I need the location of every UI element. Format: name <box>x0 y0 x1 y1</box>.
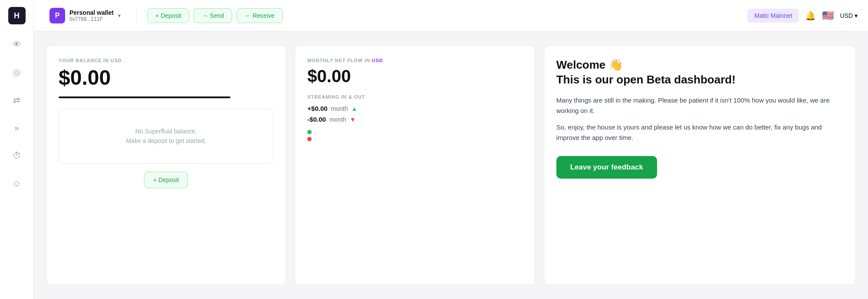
sidebar-item-profile[interactable]: ☺ <box>9 176 25 191</box>
user-icon: ☺ <box>12 179 21 189</box>
deposit-card-button[interactable]: + Deposit <box>144 172 188 188</box>
empty-line-1: No Superfluid balance. <box>68 126 264 136</box>
stream-out-dot <box>307 137 312 141</box>
superfluid-empty-state: No Superfluid balance. Make a deposit to… <box>59 109 273 164</box>
sidebar-item-assets[interactable]: ◎ <box>9 64 25 80</box>
eye-icon: 👁 <box>13 40 21 50</box>
header-actions: + Deposit → Send ← Receive <box>147 8 283 23</box>
empty-line-2: Make a deposit to get started. <box>68 136 264 146</box>
sidebar-item-overview[interactable]: 👁 <box>9 37 25 52</box>
bell-icon[interactable]: 🔔 <box>805 10 816 21</box>
sidebar-item-more[interactable]: » <box>9 120 25 136</box>
header-right: Matic Mainnet 🔔 🇺🇸 USD ▾ <box>747 9 858 23</box>
currency-selector[interactable]: USD ▾ <box>840 12 858 19</box>
balance-card: YOUR BALANCE IN USD $0.00 No Superfluid … <box>46 45 286 285</box>
network-selector[interactable]: Matic Mainnet <box>747 9 799 23</box>
wallet-selector[interactable]: P Personal wallet 0x7788...111F ▾ <box>44 4 126 27</box>
stream-out-row: -$0.00 month ▼ <box>307 116 522 123</box>
stream-in-dot <box>307 130 312 134</box>
sidebar-item-swap[interactable]: ⇄ <box>9 92 25 108</box>
wallet-avatar: P <box>49 8 65 23</box>
welcome-title: Welcome 👋 This is our open Beta dashboar… <box>556 58 843 87</box>
chevron-down-icon: ▾ <box>855 12 858 19</box>
history-icon: ⏱ <box>13 151 21 161</box>
flow-amount: $0.00 <box>307 66 522 86</box>
send-button[interactable]: → Send <box>194 8 232 23</box>
streaming-label: STREAMING IN & OUT <box>307 94 522 100</box>
stream-in-arrow-icon: ▲ <box>352 105 358 112</box>
header: P Personal wallet 0x7788...111F ▾ + Depo… <box>34 0 868 31</box>
swap-icon: ⇄ <box>13 95 20 105</box>
balance-amount: $0.00 <box>59 66 273 90</box>
coin-icon: ◎ <box>13 67 20 77</box>
balance-bar <box>59 96 230 98</box>
header-divider <box>136 7 137 24</box>
stream-in-amount: +$0.00 <box>307 105 327 112</box>
wallet-address: 0x7788...111F <box>69 16 114 22</box>
chevron-down-icon: ▾ <box>118 13 121 19</box>
feedback-button[interactable]: Leave your feedback <box>556 156 657 179</box>
welcome-text-1: Many things are still in the making. Ple… <box>556 95 843 116</box>
flow-label: MONTHLY NET FLOW IN USD <box>307 58 522 63</box>
flag-icon: 🇺🇸 <box>822 10 834 21</box>
stream-in-row: +$0.00 month ▲ <box>307 105 522 112</box>
wallet-info: Personal wallet 0x7788...111F <box>69 9 114 22</box>
welcome-text-2: So, enjoy, the house is yours and please… <box>556 122 843 143</box>
wallet-name: Personal wallet <box>69 9 114 16</box>
deposit-button[interactable]: + Deposit <box>147 8 190 23</box>
logo-letter: H <box>14 11 20 20</box>
receive-button[interactable]: ← Receive <box>237 8 283 23</box>
flow-card: MONTHLY NET FLOW IN USD $0.00 STREAMING … <box>295 45 535 285</box>
sidebar: H 👁 ◎ ⇄ » ⏱ ☺ <box>0 0 34 299</box>
sidebar-item-history[interactable]: ⏱ <box>9 148 25 163</box>
main-content: YOUR BALANCE IN USD $0.00 No Superfluid … <box>34 31 868 299</box>
main-wrapper: P Personal wallet 0x7788...111F ▾ + Depo… <box>34 0 868 299</box>
more-icon: » <box>14 123 19 133</box>
streaming-section: STREAMING IN & OUT +$0.00 month ▲ -$0.00… <box>307 94 522 141</box>
balance-label: YOUR BALANCE IN USD <box>59 58 273 63</box>
stream-out-arrow-icon: ▼ <box>350 116 356 123</box>
stream-out-amount: -$0.00 <box>307 116 326 123</box>
app-logo[interactable]: H <box>8 7 26 24</box>
welcome-card: Welcome 👋 This is our open Beta dashboar… <box>544 45 856 285</box>
